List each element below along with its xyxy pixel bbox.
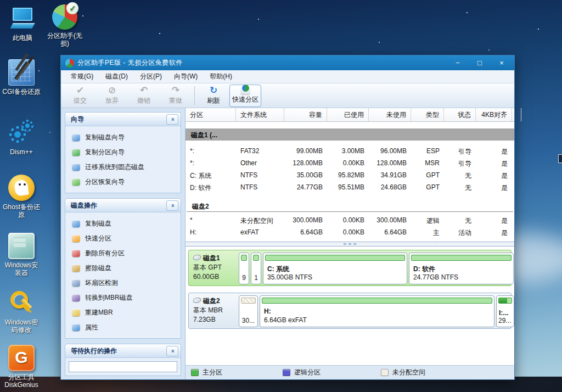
partition-block[interactable]: C: 系统35.00GB NTFS <box>263 253 407 284</box>
window-title: 分区助手PE版 - 无损分区免费软件 <box>77 58 454 68</box>
desktop-icon-this-pc[interactable]: 此电脑 <box>1 5 44 42</box>
collapse-icon[interactable]: » <box>166 114 178 125</box>
desktop-icon-label: CGI备份还原 <box>0 88 43 96</box>
toolbar: ✔提交⊘放弃↶撤销↷重做↻刷新快速分区 <box>61 83 514 108</box>
sidebar-item-迁移系统到固态磁盘[interactable]: 迁移系统到固态磁盘 <box>71 160 178 175</box>
sidebar-panel-header: 磁盘操作» <box>65 199 181 212</box>
partition-block[interactable]: D: 软件24.77GB NTFS <box>409 253 514 284</box>
column-header-状态[interactable]: 状态 <box>444 108 476 121</box>
desktop-icon-cgi-backup-restore[interactable]: CGI备份还原 <box>0 59 43 96</box>
menu-item[interactable]: 向导(W) <box>168 70 203 83</box>
disk-group-row[interactable]: 磁盘2 <box>187 199 513 212</box>
title-bar[interactable]: 分区助手PE版 - 无损分区免费软件 − □ × <box>61 55 514 70</box>
disk-label: 磁盘1 基本 GPT60.00GB <box>191 253 237 283</box>
partition-block[interactable]: I:...29... <box>496 295 514 327</box>
column-header-类型[interactable]: 类型 <box>411 108 444 121</box>
delete-all-partitions-icon <box>72 250 80 257</box>
collapse-icon[interactable]: » <box>166 200 178 211</box>
pending-operations-list <box>69 361 177 372</box>
sidebar-item-重建MBR[interactable]: 重建MBR <box>71 305 178 320</box>
column-header-分区[interactable]: 分区 <box>186 108 236 121</box>
partition-table-header[interactable]: 分区文件系统容量已使用未使用类型状态4KB对齐 <box>186 108 514 122</box>
legend-swatch <box>381 369 389 376</box>
cell: 是 <box>476 226 512 238</box>
cell: 24.77GB <box>284 181 327 193</box>
desktop-icon-label: 分区助手(无损) <box>43 32 86 47</box>
desktop-icon-dism-plus-plus[interactable]: Dism++ <box>0 120 43 156</box>
cell: 128.00MB <box>369 157 411 169</box>
column-header-4KB对齐[interactable]: 4KB对齐 <box>476 108 512 121</box>
partition-recovery-wizard-icon <box>72 178 80 186</box>
column-header-未使用[interactable]: 未使用 <box>369 108 411 121</box>
table-row[interactable]: C: 系统NTFS35.00GB95.82MB34.91GBGPT无是 <box>186 169 514 181</box>
toolbar-button-刷新[interactable]: ↻刷新 <box>198 85 229 107</box>
toolbar-button-重做[interactable]: ↷重做 <box>160 85 192 107</box>
sidebar-item-坏扇区检测[interactable]: 坏扇区检测 <box>71 276 178 290</box>
partition-block[interactable]: 1 <box>251 253 261 284</box>
usage-strip <box>241 298 256 304</box>
desktop-wallpaper: 此电脑分区助手(无损)CGI备份还原Dism++Ghost备份还原Windows… <box>0 0 562 392</box>
desktop-icon-windows-password-reset[interactable]: Windows密码修改 <box>0 290 43 334</box>
menu-item[interactable]: 常规(G) <box>65 70 99 83</box>
desktop-icon-label: 分区工具DiskGenius <box>0 373 43 389</box>
table-row[interactable]: *:FAT3299.00MB3.00MB96.00MBESP引导是 <box>186 145 514 157</box>
sidebar-item-擦除磁盘[interactable]: 擦除磁盘 <box>71 261 178 276</box>
sidebar-item-转换到MBR磁盘[interactable]: 转换到MBR磁盘 <box>71 290 178 305</box>
cell: 是 <box>476 181 512 193</box>
maximize-button[interactable]: □ <box>476 59 484 67</box>
sidebar-item-label: 重建MBR <box>85 308 113 317</box>
desktop-icon-diskgenius[interactable]: G分区工具DiskGenius <box>0 345 43 389</box>
sidebar-item-复制磁盘[interactable]: 复制磁盘 <box>71 216 178 231</box>
disk-map-磁盘1[interactable]: 磁盘1 基本 GPT60.00GB91C: 系统35.00GB NTFSD: 软… <box>188 250 512 286</box>
table-row[interactable]: H:exFAT6.64GB0.00KB6.64GB主活动是 <box>186 226 514 238</box>
cell: GPT <box>411 181 444 193</box>
splitter-handle[interactable] <box>186 242 514 247</box>
legend-swatch <box>283 369 290 376</box>
partition-block[interactable]: 30... <box>239 295 258 327</box>
legend-label: 主分区 <box>203 368 222 377</box>
desktop-icon-partition-assistant-shortcut[interactable]: 分区助手(无损) <box>43 4 86 47</box>
menu-item[interactable]: 帮助(H) <box>204 70 238 83</box>
toolbar-button-放弃[interactable]: ⊘放弃 <box>96 85 128 107</box>
table-row[interactable]: *未分配空间300.00MB0.00KB300.00MB逻辑无是 <box>186 214 514 226</box>
sidebar-item-删除所有分区[interactable]: 删除所有分区 <box>71 246 178 261</box>
toolbar-button-撤销[interactable]: ↶撤销 <box>128 85 160 107</box>
partition-table: 磁盘1 (...*:FAT3299.00MB3.00MB96.00MBESP引导… <box>186 122 514 242</box>
sidebar-item-分区恢复向导[interactable]: 分区恢复向导 <box>71 175 178 189</box>
table-row[interactable]: D: 软件NTFS24.77GB95.51MB24.68GBGPT无是 <box>186 181 514 193</box>
partition-block[interactable]: 9 <box>239 253 249 284</box>
collapse-icon[interactable]: » <box>166 346 178 356</box>
disk-map-磁盘2[interactable]: 磁盘2 基本 MBR7.23GB30...H:6.64GB exFATI:...… <box>188 293 512 329</box>
cell: * <box>186 214 236 226</box>
disk-group-row[interactable]: 磁盘1 (... <box>186 128 514 141</box>
legend-未分配空间: 未分配空间 <box>381 368 425 377</box>
cell: 0.00KB <box>327 226 369 238</box>
sidebar-item-快速分区[interactable]: 快速分区 <box>71 231 178 246</box>
menu-item[interactable]: 磁盘(D) <box>100 70 133 83</box>
table-row[interactable]: *:Other128.00MB0.00KB128.00MBMSR引导是 <box>186 157 514 169</box>
sidebar-item-label: 复制磁盘 <box>85 219 111 228</box>
cell: H: <box>186 226 236 238</box>
sidebar-item-复制磁盘向导[interactable]: 复制磁盘向导 <box>71 130 178 145</box>
disk-label: 磁盘2 基本 MBR7.23GB <box>191 295 237 326</box>
desktop-icon-ghost-backup-restore[interactable]: Ghost备份还原 <box>0 175 43 219</box>
partition-block[interactable]: H:6.64GB exFAT <box>260 295 494 327</box>
sidebar-item-属性[interactable]: 属性 <box>71 320 178 335</box>
desktop-icon-windows-installer[interactable]: Windows安装器 <box>0 233 43 277</box>
column-header-容量[interactable]: 容量 <box>284 108 327 121</box>
column-header-已使用[interactable]: 已使用 <box>327 108 369 121</box>
cell: 主 <box>411 226 444 238</box>
toolbar-button-快速分区[interactable]: 快速分区 <box>229 85 261 107</box>
menu-item[interactable]: 分区(P) <box>134 70 167 83</box>
usage-strip <box>253 255 259 261</box>
desktop-icon-label: Dism++ <box>0 148 43 156</box>
cell: 6.64GB <box>284 226 327 238</box>
toolbar-button-提交[interactable]: ✔提交 <box>64 85 96 107</box>
cell: 95.51MB <box>327 181 369 193</box>
migrate-os-to-ssd-icon <box>72 164 80 171</box>
sidebar-item-复制分区向导[interactable]: 复制分区向导 <box>71 145 178 160</box>
column-header-文件系统[interactable]: 文件系统 <box>236 108 284 121</box>
close-button[interactable]: × <box>498 59 505 67</box>
minimize-button[interactable]: − <box>454 59 462 67</box>
legend-label: 逻辑分区 <box>294 368 321 377</box>
